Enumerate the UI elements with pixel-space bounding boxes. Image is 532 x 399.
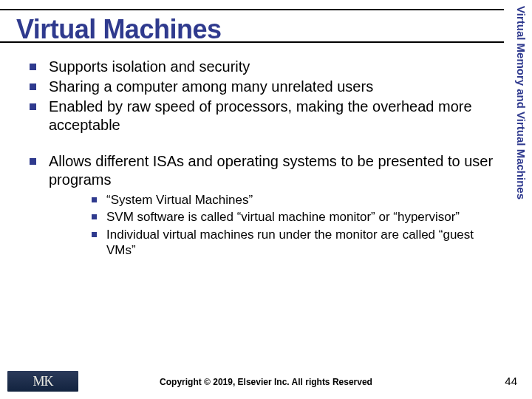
copyright-text: Copyright © 2019, Elsevier Inc. All righ… (0, 377, 532, 387)
bullet-item: Enabled by raw speed of processors, maki… (25, 98, 497, 134)
bullet-list: Supports isolation and security Sharing … (25, 58, 497, 134)
page-number: 44 (505, 375, 517, 387)
content-area: Supports isolation and security Sharing … (25, 58, 497, 259)
sub-bullet-item: Individual virtual machines run under th… (89, 227, 497, 259)
sub-bullet-item: SVM software is called “virtual machine … (89, 209, 497, 225)
bullet-item: Supports isolation and security (25, 58, 497, 76)
bullet-item: Allows different ISAs and operating syst… (25, 152, 497, 258)
bullet-item: Sharing a computer among many unrelated … (25, 78, 497, 96)
bullet-list: Allows different ISAs and operating syst… (25, 152, 497, 258)
section-label: Virtual Memory and Virtual Machines (510, 6, 528, 201)
bullet-text: Allows different ISAs and operating syst… (49, 153, 493, 188)
side-tab: Virtual Memory and Virtual Machines (504, 0, 532, 207)
slide-title: Virtual Machines (16, 14, 221, 45)
spacer (25, 136, 497, 152)
title-band: Virtual Machines (0, 9, 504, 43)
sub-bullet-item: “System Virtual Machines” (89, 192, 497, 208)
slide: Virtual Machines Virtual Memory and Virt… (0, 0, 532, 399)
sub-bullet-list: “System Virtual Machines” SVM software i… (89, 192, 497, 258)
